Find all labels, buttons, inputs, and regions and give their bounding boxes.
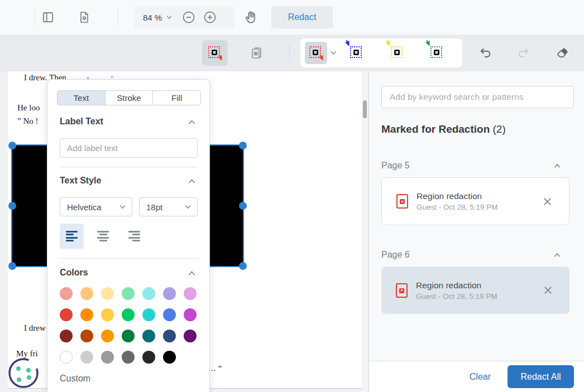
color-swatch[interactable] [60, 330, 73, 342]
document-text-line: ” No ! [17, 117, 39, 126]
color-swatch[interactable] [80, 330, 93, 342]
label-text-input[interactable] [60, 138, 198, 158]
redaction-item-card-selected[interactable]: Region redaction Guest - Oct 28, 5:19 PM [381, 267, 569, 314]
page-group-header: Page 5 [381, 161, 561, 171]
cookie-logo [8, 357, 39, 390]
label-text-section-title: Label Text [60, 117, 103, 127]
zoom-out-button[interactable] [180, 9, 197, 26]
page-settings-icon [78, 11, 91, 24]
custom-color-button[interactable]: Custom [60, 374, 90, 384]
chevron-down-icon [119, 204, 126, 210]
keyword-search-input[interactable] [381, 86, 574, 108]
font-family-value: Helvetica [67, 202, 102, 212]
color-swatch[interactable] [184, 330, 197, 342]
panel-heading-count: (2) [493, 123, 506, 135]
panel-footer: Clear Redact All [369, 361, 584, 392]
document-text-line: He loo [17, 103, 40, 113]
remove-redaction-button[interactable] [543, 197, 552, 206]
toolbar-separator [118, 9, 118, 25]
font-family-select[interactable]: Helvetica [60, 197, 132, 216]
color-swatch[interactable] [60, 351, 73, 364]
color-swatch[interactable] [101, 330, 114, 342]
color-swatch[interactable] [163, 308, 176, 321]
redact-region-icon [208, 46, 222, 60]
color-swatch[interactable] [80, 308, 93, 321]
colors-chevron-up-icon[interactable] [188, 270, 196, 277]
tab-text[interactable]: Text [58, 91, 105, 105]
color-swatch[interactable] [142, 330, 155, 342]
color-swatch[interactable] [101, 287, 114, 300]
pan-tool-button[interactable] [238, 5, 263, 30]
redaction-item-title: Region redaction [416, 280, 497, 291]
remove-redaction-button[interactable] [543, 285, 553, 295]
color-swatch[interactable] [122, 351, 135, 364]
color-swatch[interactable] [184, 308, 197, 321]
tab-stroke[interactable]: Stroke [105, 91, 153, 105]
selection-handle-mid-left[interactable] [8, 202, 16, 210]
zoom-in-button[interactable] [202, 9, 218, 26]
hand-icon [243, 10, 259, 25]
align-center-button[interactable] [91, 224, 115, 249]
color-swatch[interactable] [163, 351, 176, 364]
collapse-chevron-up-icon[interactable] [553, 252, 561, 258]
page-group-label: Page 6 [381, 250, 410, 260]
color-swatch[interactable] [122, 308, 135, 321]
zoom-level-dropdown[interactable]: 84 % [143, 13, 162, 22]
font-size-select[interactable]: 18pt [139, 197, 198, 216]
color-swatch[interactable] [142, 287, 155, 300]
redact-pages-tool-button[interactable] [244, 40, 270, 66]
redaction-item-card[interactable]: Region redaction Guest - Oct 28, 5:19 PM [381, 177, 569, 225]
color-swatch[interactable] [101, 351, 114, 364]
tab-fill[interactable]: Fill [152, 91, 200, 105]
top-toolbar: 84 % Redact [0, 0, 584, 35]
color-swatch[interactable] [101, 308, 114, 321]
color-swatch[interactable] [80, 287, 93, 300]
color-swatch[interactable] [163, 287, 176, 300]
text-style-chevron-up-icon[interactable] [188, 178, 196, 185]
swatch-row [60, 351, 197, 364]
eraser-button[interactable] [551, 41, 575, 65]
redaction-item-meta: Guest - Oct 28, 5:19 PM [417, 203, 498, 211]
undo-button[interactable] [473, 41, 498, 65]
panel-heading-title: Marked for Redaction [381, 123, 490, 135]
color-swatch[interactable] [184, 287, 197, 300]
redaction-style-group [300, 38, 462, 67]
selection-handle-top-right[interactable] [239, 142, 247, 149]
region-redaction-icon [396, 283, 408, 298]
color-swatch[interactable] [163, 330, 176, 342]
label-text-chevron-up-icon[interactable] [188, 119, 196, 125]
chevron-down-icon[interactable] [166, 14, 173, 21]
align-right-button[interactable] [122, 224, 146, 249]
page-settings-button[interactable] [72, 5, 97, 30]
redaction-item-title: Region redaction [417, 191, 498, 201]
document-decor-mark: ʋ [111, 74, 113, 79]
zoom-controls: 84 % [134, 6, 234, 28]
scrollbar-thumb[interactable] [363, 100, 367, 118]
sidebar-toggle-button[interactable] [36, 5, 60, 30]
selection-handle-mid-right[interactable] [239, 202, 247, 210]
selection-handle-top-left[interactable] [8, 142, 16, 149]
page-group-header: Page 6 [381, 250, 561, 260]
align-left-button[interactable] [60, 224, 84, 249]
color-swatch[interactable] [122, 287, 135, 300]
color-swatch[interactable] [60, 308, 73, 321]
align-left-icon [66, 231, 78, 241]
clear-button[interactable]: Clear [470, 372, 491, 382]
style-red-button[interactable] [305, 42, 327, 64]
color-swatch[interactable] [80, 351, 93, 364]
redo-icon [516, 46, 530, 60]
redaction-panel: Marked for Redaction (2) Page 5 Region r… [368, 71, 584, 392]
redo-button[interactable] [511, 41, 535, 65]
color-swatch[interactable] [142, 308, 155, 321]
redact-mode-button[interactable]: Redact [271, 6, 333, 28]
style-options-chevron-down-icon[interactable] [329, 50, 337, 56]
selection-handle-bottom-right[interactable] [239, 262, 247, 270]
color-swatch[interactable] [60, 287, 73, 300]
color-swatch[interactable] [122, 330, 135, 342]
redact-all-button[interactable]: Redact All [508, 365, 574, 388]
selection-handle-bottom-left[interactable] [8, 262, 16, 270]
redact-region-tool-button[interactable] [202, 40, 228, 66]
card-text: Region redaction Guest - Oct 28, 5:19 PM [417, 191, 498, 211]
color-swatch[interactable] [142, 351, 155, 364]
collapse-chevron-up-icon[interactable] [553, 163, 561, 169]
